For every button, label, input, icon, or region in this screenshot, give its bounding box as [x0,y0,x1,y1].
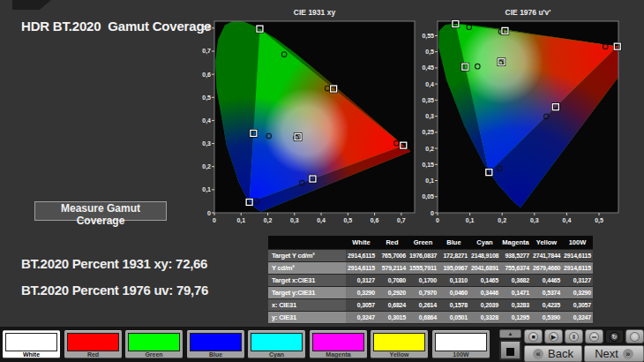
swatch-color-chip [373,333,425,351]
table-cell: 0,3057 [562,299,593,312]
table-row: Target Y cd/m²2914,6115765,70061976,0837… [268,250,593,262]
column-header-blue: Blue [438,236,469,250]
pattern-swatch-blue[interactable]: Blue [187,330,244,358]
svg-text:0,15: 0,15 [422,162,434,169]
table-cell: 0,3283 [500,299,531,312]
swatch-label: Yellow [371,351,428,358]
pattern-swatch-white[interactable]: White [3,330,60,358]
table-cell: 0,5390 [531,312,562,324]
swatch-label: White [3,351,60,358]
swatch-color-chip [251,333,303,351]
svg-text:0,2: 0,2 [498,217,506,224]
pattern-swatch-red[interactable]: Red [64,330,122,358]
table-row: y: CIE310,32470,30150,68640,05010,33280,… [268,312,593,324]
svg-text:0,5: 0,5 [425,49,434,56]
table-cell: 2914,6115 [346,262,377,275]
table-cell: 195,0967 [438,262,469,275]
table-cell: 0,4235 [531,299,562,312]
row-label: Target Y cd/m² [268,250,346,262]
page-title: HDR BT.2020 Gamut Coverage [21,19,212,34]
svg-text:0,4: 0,4 [202,117,211,124]
table-cell: 0,5374 [531,287,562,299]
percent-1931-xy-readout: BT.2020 Percent 1931 xy: 72,66 [21,256,207,271]
continuous-button[interactable]: ∞ [585,329,603,343]
gamut-table-body: Target Y cd/m²2914,6115765,70061976,0837… [268,250,593,324]
chevron-right-icon: » [623,349,633,359]
swatch-label: 100W [432,351,490,358]
swatch-label: Magenta [310,351,367,358]
pattern-swatch-100w[interactable]: 100W [432,330,490,358]
loop-button[interactable]: ↻ [605,329,624,343]
table-cell: 2914,6115 [346,250,377,262]
table-row: x: CIE310,30570,68240,26140,15780,20390,… [268,299,593,312]
row-label: y: CIE31 [268,312,346,324]
stop-button[interactable]: ■ [524,329,543,343]
table-cell: 765,7006 [377,250,408,262]
svg-text:0,05: 0,05 [422,193,434,200]
table-cell: 172,8271 [438,250,469,262]
svg-text:0,6: 0,6 [202,72,211,79]
row-label: Target x:CIE31 [268,275,346,287]
table-cell: 0,3247 [346,312,377,324]
table-corner-cell [268,236,346,250]
measure-gamut-coverage-button[interactable]: Measure Gamut Coverage [34,201,167,221]
table-cell: 2679,4660 [531,262,562,275]
svg-text:0,6: 0,6 [371,217,379,224]
table-cell: 0,3127 [562,275,593,287]
column-header-100w: 100W [562,236,593,250]
pause-button[interactable]: ‖ [565,329,583,343]
gamut-table-header: WhiteRedGreenBlueCyanMagentaYellow100W [268,236,593,250]
table-cell: 0,1465 [469,275,500,287]
table-row: Target x:CIE310,31270,70800,17000,13100,… [268,275,593,287]
status-icon [630,332,640,342]
pattern-swatch-green[interactable]: Green [125,330,183,358]
status-button[interactable] [625,329,644,343]
swatch-label: Cyan [248,351,305,358]
svg-text:0,3: 0,3 [530,217,539,224]
table-cell: 2041,6891 [469,262,500,275]
svg-text:0,8: 0,8 [202,25,211,32]
table-cell: 0,2039 [469,299,500,312]
pattern-swatch-yellow[interactable]: Yellow [371,330,428,358]
table-cell: 2148,9108 [469,250,500,262]
swatch-color-chip [67,333,119,351]
collapse-pattern-bar-button[interactable]: ▲ [499,329,521,338]
table-cell: 2741,7844 [531,250,562,262]
table-cell: 0,3057 [346,299,377,312]
table-cell: 0,3247 [562,312,593,324]
table-cell: 0,3290 [562,287,593,299]
table-cell: 0,1310 [438,275,469,287]
svg-text:0,3: 0,3 [290,217,299,224]
table-cell: 0,3290 [346,287,377,299]
svg-text:0,4: 0,4 [563,217,572,224]
svg-text:0,1: 0,1 [236,217,245,224]
pattern-window-stop-button[interactable] [499,340,521,360]
next-button[interactable]: Next » [584,345,644,362]
table-cell: 2914,6115 [562,262,593,275]
pause-icon: ‖ [569,332,579,342]
table-cell: 938,5277 [500,250,531,262]
table-cell: 0,6864 [408,312,438,324]
table-cell: 0,3015 [377,312,408,324]
table-cell: 0,2614 [408,299,438,312]
svg-text:0,5: 0,5 [595,217,603,224]
svg-text:0: 0 [207,210,211,216]
corner-tab [12,0,51,10]
table-cell: 1555,7911 [408,262,438,275]
next-button-label: Next [595,347,618,360]
back-button[interactable]: « Back [524,345,582,362]
table-cell: 0,7080 [377,275,408,287]
svg-text:0,2: 0,2 [425,146,434,153]
swatch-color-chip [312,333,364,351]
svg-text:0,7: 0,7 [397,217,406,224]
row-label: Y cd/m² [268,262,346,275]
pattern-swatch-cyan[interactable]: Cyan [248,330,305,358]
svg-text:0,2: 0,2 [202,163,211,170]
back-button-label: Back [548,347,573,360]
play-button[interactable]: ▶ [544,329,563,343]
svg-text:0: 0 [431,210,434,216]
svg-text:0,25: 0,25 [422,129,434,136]
svg-text:0,1: 0,1 [425,177,434,185]
table-cell: 0,0501 [438,312,469,324]
pattern-swatch-magenta[interactable]: Magenta [310,330,367,358]
